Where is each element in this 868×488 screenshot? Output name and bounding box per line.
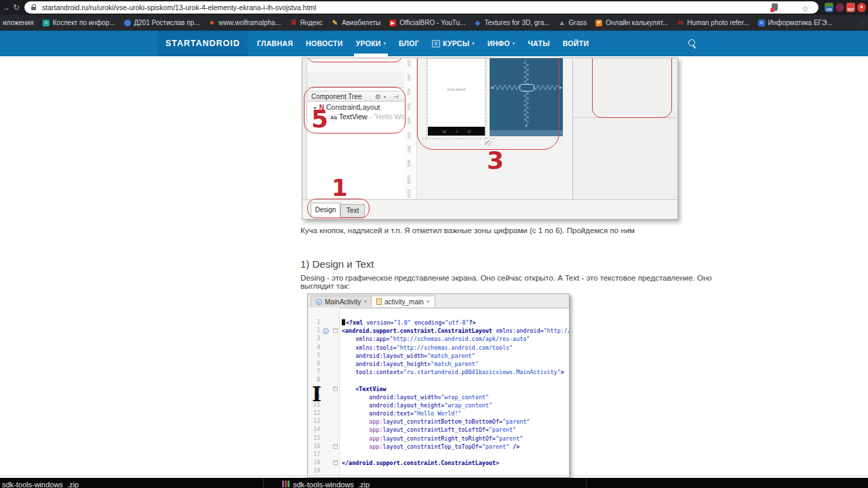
code-editor-screenshot: c MainActivity × activity_main × 1<?xml … bbox=[307, 293, 570, 478]
site-logo[interactable]: STARTANDROID bbox=[158, 31, 248, 56]
code-text: android:layout_width="match_parent" bbox=[342, 352, 475, 360]
close-icon[interactable]: × bbox=[427, 298, 430, 305]
forward-icon[interactable]: → bbox=[2, 0, 10, 15]
nav-item-чаты[interactable]: ЧАТЫ bbox=[528, 31, 549, 56]
code-line[interactable]: 19 bbox=[308, 467, 569, 475]
bookmark-item[interactable]: ✱www.wolframalpha... bbox=[209, 19, 281, 26]
code-line[interactable]: 9− <TextView bbox=[308, 385, 569, 393]
nav-item-label: ВОЙТИ bbox=[563, 31, 589, 56]
close-icon[interactable]: × bbox=[363, 298, 367, 305]
dark-circle-extension-icon[interactable] bbox=[835, 3, 844, 12]
nav-item-новости[interactable]: НОВОСТИ bbox=[306, 31, 343, 56]
bookmark-label: Онлайн калькулят... bbox=[606, 19, 668, 26]
search-icon[interactable] bbox=[688, 39, 695, 46]
code-text: android:layout_height="match_parent" bbox=[342, 360, 479, 368]
bookmark-item[interactable]: start - Start - Enjin bbox=[859, 19, 868, 26]
bookmark-favicon: ▶ bbox=[389, 20, 396, 26]
ruler-tick-label: 700 bbox=[407, 131, 411, 138]
lock-icon[interactable] bbox=[31, 4, 37, 11]
code-line[interactable]: 7 tools:context="ru.startandroid.p0041ba… bbox=[308, 368, 569, 376]
class-gutter-icon[interactable]: c bbox=[323, 328, 329, 334]
bookmark-item[interactable]: ▲Grass bbox=[559, 19, 587, 26]
code-text: app:layout_constraintBottom_toBottomOf="… bbox=[342, 418, 530, 426]
code-line[interactable]: 8 bbox=[308, 376, 569, 384]
tab-mainactivity[interactable]: c MainActivity × bbox=[311, 296, 373, 307]
bookmark-label: www.wolframalpha... bbox=[219, 19, 281, 26]
bookmark-item[interactable]: ≡Коспект по инфор... bbox=[43, 19, 115, 26]
fold-marker-icon[interactable]: − bbox=[333, 386, 338, 391]
mail-counter-extension-icon[interactable]: 297 bbox=[846, 3, 855, 12]
chevron-down-icon: ▾ bbox=[472, 31, 474, 56]
bookmark-item[interactable]: Д201 Ростислав пр... bbox=[124, 19, 200, 26]
code-text: app:layout_constraintTop_toTopOf="parent… bbox=[342, 443, 519, 451]
bookmark-label: Коспект по инфор... bbox=[53, 19, 115, 26]
ruler-tick-label: 500 bbox=[407, 103, 411, 110]
code-line[interactable]: 1<?xml version="1.0" encoding="utf-8"?> bbox=[308, 319, 569, 327]
line-number: 1 bbox=[308, 319, 320, 327]
code-line[interactable]: 4 xmlns:tools="http://schemas.android.co… bbox=[308, 344, 569, 352]
nav-item-инфо[interactable]: ИНФО▾ bbox=[488, 31, 515, 56]
bookmark-item[interactable]: PОнлайн калькулят... bbox=[595, 19, 668, 26]
line-number: 7 bbox=[308, 368, 320, 376]
bookmark-item[interactable]: ◆Textures for 3D, gra... bbox=[474, 19, 549, 26]
nav-item-label: КУРСЫ bbox=[443, 31, 469, 56]
bookmark-item[interactable]: ✎Авиабилеты bbox=[332, 19, 380, 26]
nav-item-уроки[interactable]: УРОКИ▾ bbox=[356, 31, 386, 56]
taskbar-divider bbox=[586, 478, 587, 488]
code-line[interactable]: 16− app:layout_constraintTop_toTopOf="pa… bbox=[308, 443, 569, 451]
code-text: tools:context="ru.startandroid.p0041basi… bbox=[342, 368, 564, 376]
code-text: </android.support.constraint.ConstraintL… bbox=[342, 459, 499, 467]
bookmark-item[interactable]: ▶OfficialBRO - YouTu... bbox=[389, 19, 465, 26]
code-line[interactable]: 15 app:layout_constraintRight_toRightOf=… bbox=[308, 434, 569, 443]
taskbar-item[interactable]: sdk-tools-windows_.zip bbox=[282, 481, 370, 488]
code-line[interactable]: 6 android:layout_height="match_parent" bbox=[308, 360, 569, 368]
taskbar-item[interactable]: sdk-tools-windows_.zip bbox=[2, 481, 79, 488]
bookmark-favicon: Я bbox=[290, 20, 296, 26]
tab-activity-main[interactable]: activity_main × bbox=[371, 296, 435, 307]
url-bar[interactable]: startandroid.ru/ru/uroki/vse-uroki-spisk… bbox=[24, 1, 818, 14]
bookmark-item[interactable]: иложения bbox=[3, 19, 34, 26]
bookmark-label: Human photo refer... bbox=[687, 19, 749, 26]
nav-item-label: ГЛАВНАЯ bbox=[257, 31, 293, 56]
code-line[interactable]: 17 bbox=[308, 451, 569, 459]
red-dot-extension-icon[interactable] bbox=[857, 3, 866, 12]
fold-marker-icon[interactable]: − bbox=[333, 460, 338, 465]
code-line[interactable]: 18−</android.support.constraint.Constrai… bbox=[308, 459, 569, 467]
ruler-tick-label: 600 bbox=[407, 117, 411, 124]
reload-icon[interactable]: ↻ bbox=[13, 0, 20, 15]
bookmark-item[interactable]: ≡Информатика ЕГЭ... bbox=[758, 19, 833, 26]
bookmark-item[interactable]: ЯЯндекс bbox=[290, 19, 323, 26]
us-flag-extension-icon[interactable]: US bbox=[825, 3, 833, 12]
zone-outline-palette bbox=[307, 58, 403, 62]
nav-item-войти[interactable]: ВОЙТИ bbox=[563, 31, 589, 56]
bookmark-star-icon[interactable]: ☆ bbox=[802, 1, 809, 16]
bookmark-item[interactable]: 3DHuman photo refer... bbox=[677, 19, 749, 26]
fold-marker-icon[interactable]: − bbox=[333, 328, 338, 333]
nav-item-главная[interactable]: ГЛАВНАЯ bbox=[257, 31, 293, 56]
url-text[interactable]: startandroid.ru/ru/uroki/vse-uroki-spisk… bbox=[42, 1, 316, 14]
nav-item-курсы[interactable]: ≡КУРСЫ▾ bbox=[432, 31, 475, 56]
bookmark-favicon: ▲ bbox=[559, 20, 566, 26]
editor-tab-bar: c MainActivity × activity_main × bbox=[308, 294, 569, 308]
line-number: 3 bbox=[308, 335, 320, 343]
nav-item-блог[interactable]: БЛОГ bbox=[399, 31, 419, 56]
fold-marker-icon[interactable]: − bbox=[333, 444, 338, 449]
nav-menu: ГЛАВНАЯНОВОСТИУРОКИ▾БЛОГ≡КУРСЫ▾ИНФО▾ЧАТЫ… bbox=[257, 31, 589, 56]
code-line[interactable]: 11 android:layout_height="wrap_content" bbox=[308, 401, 569, 409]
chevron-down-icon: ▾ bbox=[513, 31, 515, 56]
code-line[interactable]: 14 app:layout_constraintLeft_toLeftOf="p… bbox=[308, 426, 569, 434]
code-line[interactable]: 10 android:layout_width="wrap_content" bbox=[308, 393, 569, 401]
code-line[interactable]: 3 xmlns:app="http://schemas.android.com/… bbox=[308, 335, 569, 343]
tab-label: MainActivity bbox=[325, 298, 361, 306]
zone-marker-3: 3 bbox=[487, 148, 504, 173]
taskbar: sdk-tools-windows_.zip sdk-tools-windows… bbox=[0, 478, 868, 488]
code-line[interactable]: 2c−<android.support.constraint.Constrain… bbox=[308, 327, 569, 335]
line-number: 2 bbox=[308, 327, 320, 335]
permission-blocked-icon[interactable] bbox=[772, 3, 778, 11]
code-text: android:layout_width="wrap_content" bbox=[342, 393, 489, 401]
code-line[interactable]: 12 android:text="Hello World!" bbox=[308, 409, 569, 418]
code-line[interactable]: 5 android:layout_width="match_parent" bbox=[308, 352, 569, 360]
zone-outline-tabs bbox=[307, 199, 370, 218]
courses-badge-icon: ≡ bbox=[432, 40, 440, 47]
code-line[interactable]: 13 app:layout_constraintBottom_toBottomO… bbox=[308, 418, 569, 426]
